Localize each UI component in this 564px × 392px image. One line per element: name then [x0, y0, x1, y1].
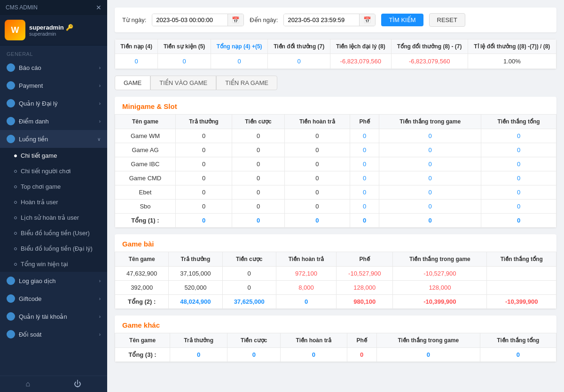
table-cell: 0	[350, 185, 379, 200]
sidebar-item-payment[interactable]: Payment ›	[0, 77, 107, 94]
col-tra-thuong-3: Trả thưởng	[170, 333, 227, 348]
reset-button[interactable]: RESET	[429, 13, 465, 27]
chevron-right-icon: ›	[99, 65, 101, 70]
table-cell: 520,000	[169, 281, 222, 295]
tab-tien-ra-game[interactable]: TIỀN RA GAME	[216, 76, 277, 90]
table-cell: 0	[222, 281, 276, 295]
submenu-bieu-do-luong-tien-user[interactable]: Biểu đồ luồng tiền (User)	[0, 225, 107, 241]
tab-game[interactable]: GAME	[115, 76, 150, 90]
table-cell: 0	[281, 348, 347, 362]
cms-admin-label: CMS ADMIN	[6, 4, 38, 11]
table-cell: 0	[175, 157, 232, 171]
from-date-wrap: 📅	[152, 14, 244, 26]
table-cell: 0	[284, 200, 350, 214]
summary-tong-nap: 0	[211, 54, 267, 69]
filter-bar: Từ ngày: 📅 Đến ngày: 📅 TÌM KIẾM RESET	[115, 8, 556, 32]
summary-header-tong-doi-thuong: Tổng đổi thưởng (8) - (7)	[391, 39, 468, 54]
table-cell: 0	[284, 171, 350, 185]
table-cell: Tổng (2) :	[115, 295, 169, 309]
table-cell: 0	[350, 129, 379, 143]
table-cell: 0	[347, 348, 376, 362]
table-cell: 0	[175, 143, 232, 157]
game-khac-section: Game khác Tên game Trả thưởng Tiền cược …	[115, 315, 556, 362]
table-cell: -10,399,900	[393, 295, 487, 309]
table-cell: 37,105,000	[169, 267, 222, 281]
summary-tien-lech-dai-ly: -6,823,079,560	[330, 54, 391, 69]
table-cell: 0	[350, 200, 379, 214]
table-cell: 0	[379, 214, 481, 228]
submenu-chi-tiet-nguoi-choi[interactable]: Chi tiết người chơi	[0, 163, 107, 179]
summary-tien-doi-thuong: 0	[268, 54, 330, 69]
table-row: Game CMD000000	[115, 171, 556, 185]
user-info: superadmin 🔑 superadmin	[29, 24, 73, 37]
sidebar-item-quan-ly-tai-khoan[interactable]: Quản lý tài khoản ›	[0, 307, 107, 325]
table-cell: 0	[232, 171, 284, 185]
submenu-chi-tiet-game[interactable]: Chi tiết game	[0, 148, 107, 163]
table-cell	[487, 281, 556, 295]
summary-tien-su-kien: 0	[158, 54, 211, 69]
sidebar-item-diem-danh[interactable]: Điểm danh ›	[0, 112, 107, 130]
table-cell: 128,000	[393, 281, 487, 295]
table-cell: 0	[379, 157, 481, 171]
submenu-tong-win-hien-tai[interactable]: Tổng win hiện tại	[0, 256, 107, 272]
sidebar-item-bao-cao[interactable]: Báo cáo ›	[0, 59, 107, 77]
table-cell: 0	[284, 214, 350, 228]
tab-bar: GAME TIỀN VÀO GAME TIỀN RA GAME	[115, 76, 556, 90]
power-icon[interactable]: ⏻	[74, 380, 81, 388]
from-date-calendar-button[interactable]: 📅	[227, 14, 243, 26]
table-cell: 0	[175, 214, 232, 228]
summary-header-tien-nap: Tiền nạp (4)	[115, 39, 158, 54]
to-date-input[interactable]	[284, 14, 359, 26]
col-phe-1: Phế	[350, 115, 379, 129]
sidebar: CMS ADMIN ✕ W superadmin 🔑 superadmin Ge…	[0, 0, 107, 392]
table-cell: 0	[350, 171, 379, 185]
minigame-slot-table: Tên game Trả thưởng Tiền cược Tiền hoàn …	[115, 114, 556, 228]
table-cell: Tổng (1) :	[115, 214, 176, 228]
submenu-top-choi-game[interactable]: Top chơi game	[0, 179, 107, 194]
table-row: 47,632,90037,105,0000972,100-10,527,900-…	[115, 267, 556, 281]
submenu-bieu-do-luong-tien-dai-ly[interactable]: Biểu đồ luồng tiền (Đại lý)	[0, 241, 107, 256]
table-cell: 0	[276, 295, 336, 309]
table-cell: 0	[481, 200, 556, 214]
sidebar-item-doi-soat[interactable]: Đối soát ›	[0, 325, 107, 343]
key-icon: 🔑	[66, 24, 73, 31]
table-cell: 0	[481, 143, 556, 157]
table-cell: 0	[481, 171, 556, 185]
cms-admin-bar: CMS ADMIN ✕	[0, 0, 107, 15]
to-date-calendar-button[interactable]: 📅	[359, 14, 375, 26]
table-row: Ebet000000	[115, 185, 556, 200]
summary-header-tien-doi-thuong: Tiền đổi thưởng (7)	[268, 39, 330, 54]
col-tien-thang-trong-game-1: Tiền thắng trong game	[379, 115, 481, 129]
summary-header-tien-lech-dai-ly: Tiền lệch đại lý (8)	[330, 39, 391, 54]
table-cell: 0	[379, 171, 481, 185]
sidebar-item-quan-ly-dai-ly[interactable]: Quản lý Đại lý ›	[0, 94, 107, 112]
sidebar-logo: W	[5, 20, 25, 40]
table-cell: 0	[376, 348, 480, 362]
table-cell: 48,024,900	[169, 295, 222, 309]
tab-tien-vao-game[interactable]: TIỀN VÀO GAME	[150, 76, 216, 90]
search-button[interactable]: TÌM KIẾM	[381, 14, 423, 26]
table-cell: 0	[481, 214, 556, 228]
sidebar-item-luong-tien[interactable]: Luồng tiền ∨	[0, 130, 107, 148]
from-date-input[interactable]	[152, 14, 227, 26]
col-tien-thang-tong-3: Tiền thắng tổng	[480, 333, 556, 348]
sidebar-item-giftcode[interactable]: Giftcode ›	[0, 290, 107, 307]
chevron-right-icon: ›	[99, 278, 101, 284]
game-bai-title: Game bài	[115, 234, 556, 252]
submenu-hoan-tra-user[interactable]: Hoàn trả user	[0, 194, 107, 210]
cms-close-button[interactable]: ✕	[96, 4, 102, 11]
table-cell: 0	[175, 171, 232, 185]
home-icon[interactable]: ⌂	[26, 380, 31, 388]
to-date-label: Đến ngày:	[250, 16, 278, 23]
sidebar-item-log-giao-dich[interactable]: Log giao dịch ›	[0, 272, 107, 290]
table-cell: 0	[379, 129, 481, 143]
table-cell: Sbo	[115, 200, 176, 214]
summary-row: 0 0 0 0 -6,823,079,560 -6,823,079,560 1.…	[115, 54, 556, 69]
col-tien-thang-trong-game-2: Tiền thắng trong game	[393, 252, 487, 267]
table-cell: Game IBC	[115, 157, 176, 171]
table-cell: 0	[170, 348, 227, 362]
table-row: Sbo000000	[115, 200, 556, 214]
col-tien-hoan-tra-1: Tiền hoàn trả	[284, 115, 350, 129]
submenu-lich-su-hoan-tra-user[interactable]: Lịch sử hoàn trả user	[0, 210, 107, 225]
table-cell: Tổng (3) :	[115, 348, 170, 362]
